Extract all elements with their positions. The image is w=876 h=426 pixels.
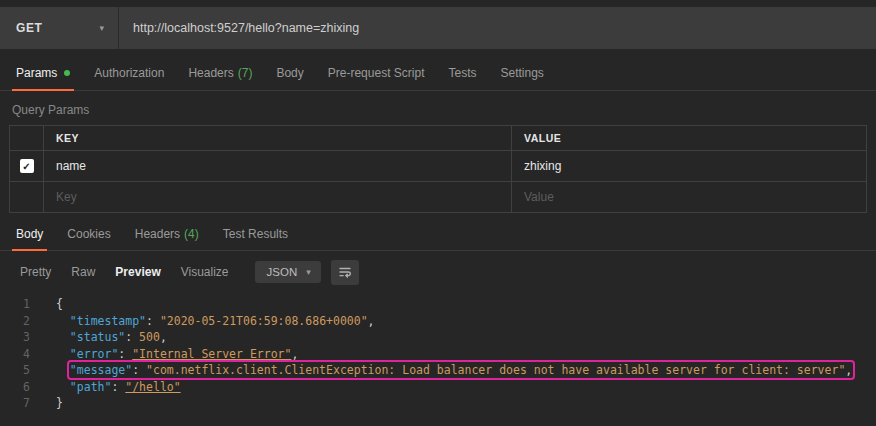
- param-value-placeholder[interactable]: Value: [512, 182, 867, 213]
- code-line: 3 "status": 500,: [0, 329, 876, 346]
- code-line-content: "status": 500,: [44, 329, 167, 346]
- headers-count-badge: (7): [238, 66, 253, 80]
- code-lines: 1{2 "timestamp": "2020-05-21T06:59:08.68…: [0, 296, 876, 412]
- code-token-pu: }: [56, 396, 63, 410]
- param-checkbox-cell: ✓: [10, 151, 44, 182]
- params-active-dot: [64, 70, 70, 76]
- tab-prerequest-label: Pre-request Script: [328, 66, 425, 80]
- code-line-content: }: [44, 395, 63, 412]
- tab-cookies[interactable]: Cookies: [55, 217, 122, 250]
- tab-test-results[interactable]: Test Results: [211, 217, 300, 250]
- param-key-field[interactable]: name: [44, 151, 512, 182]
- code-token-ind: [56, 314, 70, 328]
- code-token-ind: [56, 380, 70, 394]
- highlight-box: "message": "com.netflix.client.ClientExc…: [70, 363, 852, 377]
- tab-test-results-label: Test Results: [223, 227, 288, 241]
- tab-tests[interactable]: Tests: [436, 55, 488, 90]
- line-number: 5: [0, 362, 44, 379]
- code-token-key: "path": [70, 380, 112, 394]
- code-token-pu: :: [118, 347, 132, 361]
- code-token-stru: "/hello": [125, 380, 180, 394]
- format-label: JSON: [267, 266, 298, 278]
- code-token-pu: {: [56, 297, 63, 311]
- tab-settings[interactable]: Settings: [489, 55, 556, 90]
- tab-cookies-label: Cookies: [67, 227, 110, 241]
- line-number: 4: [0, 346, 44, 363]
- tab-response-body-label: Body: [16, 227, 43, 241]
- code-line: 1{: [0, 296, 876, 313]
- code-line-content: {: [44, 296, 63, 313]
- code-line-content: "message": "com.netflix.client.ClientExc…: [44, 362, 852, 379]
- code-token-pu: :: [125, 330, 139, 344]
- code-token-str: "com.netflix.client.ClientException: Loa…: [146, 363, 845, 377]
- code-token-pu: :: [146, 314, 160, 328]
- query-params-table: KEY VALUE ✓ name zhixing Key Value: [9, 125, 867, 213]
- wrap-text-button[interactable]: [331, 260, 359, 285]
- tab-body-label: Body: [276, 66, 303, 80]
- param-value-field[interactable]: zhixing: [512, 151, 867, 182]
- response-body-code: 1{2 "timestamp": "2020-05-21T06:59:08.68…: [0, 293, 876, 412]
- code-token-ind: [56, 363, 70, 377]
- wrap-text-icon: [338, 265, 352, 279]
- code-token-key: "message": [70, 363, 132, 377]
- mode-pretty-button[interactable]: Pretty: [10, 259, 61, 285]
- param-key-placeholder[interactable]: Key: [44, 182, 512, 213]
- params-header-key: KEY: [44, 126, 512, 151]
- code-token-stru: "Internal Server Error": [132, 347, 291, 361]
- response-headers-count-badge: (4): [184, 227, 199, 241]
- tab-settings-label: Settings: [501, 66, 544, 80]
- tab-authorization[interactable]: Authorization: [82, 55, 176, 90]
- code-token-key: "timestamp": [70, 314, 146, 328]
- code-token-pu: ,: [368, 314, 375, 328]
- mode-visualize-button[interactable]: Visualize: [171, 259, 239, 285]
- code-line: 4 "error": "Internal Server Error",: [0, 346, 876, 363]
- code-token-str: "2020-05-21T06:59:08.686+0000": [160, 314, 368, 328]
- chevron-down-icon: ▾: [99, 24, 104, 33]
- tab-body[interactable]: Body: [264, 55, 315, 90]
- code-token-pu: ,: [160, 330, 167, 344]
- code-line: 5 "message": "com.netflix.client.ClientE…: [0, 362, 876, 379]
- code-token-ind: [56, 330, 70, 344]
- line-number: 1: [0, 296, 44, 313]
- url-input[interactable]: http://localhost:9527/hello?name=zhixing: [119, 21, 359, 35]
- tab-response-body[interactable]: Body: [4, 217, 55, 250]
- code-token-pu: ,: [845, 363, 852, 377]
- params-header-row: KEY VALUE: [10, 126, 867, 151]
- code-token-ind: [56, 347, 70, 361]
- code-token-num: 500: [139, 330, 160, 344]
- method-label: GET: [16, 21, 42, 35]
- tab-response-headers[interactable]: Headers (4): [123, 217, 211, 250]
- code-line: 6 "path": "/hello": [0, 379, 876, 396]
- params-header-checkbox-cell: [10, 126, 44, 151]
- code-line-content: "path": "/hello": [44, 379, 181, 396]
- code-token-key: "error": [70, 347, 118, 361]
- params-header-value: VALUE: [512, 126, 867, 151]
- line-number: 2: [0, 313, 44, 330]
- code-token-pu: :: [132, 363, 146, 377]
- line-number: 3: [0, 329, 44, 346]
- tab-headers-label: Headers: [188, 66, 233, 80]
- code-token-pu: :: [111, 380, 125, 394]
- query-params-title: Query Params: [0, 91, 876, 125]
- table-row-placeholder: Key Value: [10, 182, 867, 213]
- mode-raw-button[interactable]: Raw: [61, 259, 105, 285]
- line-number: 7: [0, 395, 44, 412]
- code-line-content: "error": "Internal Server Error",: [44, 346, 298, 363]
- request-tabs: Params Authorization Headers (7) Body Pr…: [0, 55, 876, 91]
- param-checkbox-checked[interactable]: ✓: [20, 159, 34, 173]
- code-line-content: "timestamp": "2020-05-21T06:59:08.686+00…: [44, 313, 375, 330]
- line-number: 6: [0, 379, 44, 396]
- chevron-down-icon: ▾: [306, 268, 311, 277]
- tab-response-headers-label: Headers: [135, 227, 180, 241]
- response-tabs: Body Cookies Headers (4) Test Results: [0, 217, 876, 251]
- tab-prerequest-script[interactable]: Pre-request Script: [316, 55, 437, 90]
- tab-tests-label: Tests: [448, 66, 476, 80]
- code-line: 7}: [0, 395, 876, 412]
- tab-headers[interactable]: Headers (7): [176, 55, 264, 90]
- method-dropdown[interactable]: GET ▾: [0, 7, 118, 49]
- mode-preview-button[interactable]: Preview: [105, 259, 170, 285]
- format-dropdown[interactable]: JSON ▾: [255, 261, 321, 283]
- response-toolbar: Pretty Raw Preview Visualize JSON ▾: [0, 251, 876, 293]
- tab-params[interactable]: Params: [4, 55, 82, 90]
- code-token-key: "status": [70, 330, 125, 344]
